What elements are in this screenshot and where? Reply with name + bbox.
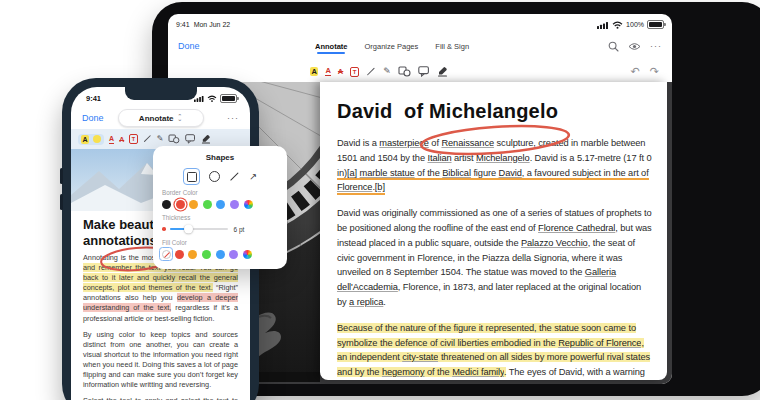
strikeout-tool-icon[interactable]: A (119, 135, 124, 144)
status-left: 9:41Mon Jun 22 (176, 21, 234, 28)
doc-link[interactable]: Palazzo Vecchio (521, 238, 588, 248)
battery-icon (647, 20, 664, 29)
note-tool-icon[interactable] (185, 134, 196, 144)
marketing-canvas: 9:41Mon Jun 22 100% Done Annotate Organi… (0, 0, 760, 400)
pencil-tool-icon[interactable]: ✎ (157, 135, 164, 143)
color-swatch[interactable] (203, 200, 212, 209)
eye-icon[interactable] (628, 42, 641, 51)
fill-color-swatches (162, 248, 278, 260)
status-right (194, 94, 237, 103)
eraser-tool-icon[interactable] (201, 134, 211, 144)
shape-circle-tool[interactable] (209, 171, 220, 182)
ipad-nav-bar: Done Annotate Organize Pages Fill & Sign… (168, 33, 672, 59)
tab-annotate[interactable]: Annotate (314, 38, 349, 55)
doc-link[interactable]: David (499, 168, 522, 181)
doc-link[interactable]: Biblical (442, 168, 471, 181)
thickness-row: 6 pt (162, 223, 278, 235)
shape-line-tool[interactable] (229, 176, 240, 177)
tab-organize-pages[interactable]: Organize Pages (364, 38, 420, 55)
ipad-status-bar: 9:41Mon Jun 22 100% (168, 14, 672, 33)
wifi-icon (207, 95, 217, 102)
doc-link[interactable]: Florence Cathedral (538, 223, 615, 233)
strikeout-tool-icon[interactable]: A (338, 67, 343, 76)
doc-link[interactable]: Medici family (452, 367, 504, 377)
status-right: 100% (597, 20, 664, 29)
doc-link[interactable]: marble statue (360, 168, 415, 181)
color-wheel-swatch[interactable] (244, 200, 253, 209)
shapes-tool-icon[interactable] (168, 134, 180, 144)
doc-paragraph-3: Because of the nature of the figure it r… (337, 321, 653, 380)
border-color-swatches (162, 198, 278, 210)
battery-icon (220, 94, 237, 103)
text-run: artist (452, 153, 477, 163)
highlight-tool-icon[interactable]: A (81, 135, 89, 144)
doc-link[interactable]: Michelangelo (476, 153, 530, 163)
fill-color-label: Fill Color (162, 239, 278, 246)
color-swatch[interactable] (175, 250, 184, 259)
doc-link[interactable]: Florence (337, 182, 372, 195)
redo-icon[interactable]: ↷ (650, 66, 659, 77)
color-swatch[interactable] (202, 250, 211, 259)
eraser-tool-icon[interactable] (437, 66, 448, 77)
doc-link[interactable]: hegemony (382, 367, 425, 377)
doc-paragraph-3: Select the tool to apply and select the … (83, 396, 238, 400)
mode-tabs: Annotate Organize Pages Fill & Sign (314, 33, 470, 59)
wifi-icon (612, 21, 623, 29)
selected-swatch-box[interactable] (159, 247, 173, 261)
thickness-min-dot (162, 227, 166, 231)
shape-square-tool[interactable] (183, 168, 200, 185)
cellular-signal-icon (194, 95, 204, 102)
iphone-status-bar: 9:41 (71, 87, 250, 107)
pen-tool-icon[interactable] (143, 138, 152, 139)
thickness-value: 6 pt (234, 226, 245, 233)
more-menu-icon[interactable]: ··· (650, 42, 662, 51)
highlight-color-dot[interactable] (93, 135, 101, 143)
history-actions: ↶ ↷ (631, 66, 659, 77)
shapes-tool-icon[interactable] (398, 66, 411, 77)
doc-link[interactable]: [a] (347, 168, 357, 181)
text-tool-icon[interactable]: T (350, 67, 359, 77)
doc-link[interactable]: a replica (349, 297, 383, 307)
thickness-slider[interactable] (170, 228, 228, 231)
color-swatch[interactable] (188, 250, 197, 259)
text-run: of the (415, 168, 443, 181)
no-fill-swatch[interactable] (162, 250, 171, 259)
doc-link[interactable]: city-state (402, 352, 438, 362)
highlight-tool-icon[interactable]: A (310, 67, 318, 76)
text-tool-icon[interactable]: T (129, 134, 138, 144)
slider-knob[interactable] (184, 225, 193, 234)
tab-fill-sign[interactable]: Fill & Sign (434, 38, 470, 55)
color-swatch[interactable] (162, 200, 171, 209)
notch (125, 87, 197, 100)
done-button[interactable]: Done (178, 41, 200, 51)
doc-link[interactable]: [b] (375, 182, 385, 195)
color-swatch[interactable] (229, 250, 238, 259)
doc-link[interactable]: masterpiece (379, 138, 429, 148)
status-time: 9:41 (176, 21, 190, 28)
color-swatch[interactable] (230, 200, 239, 209)
doc-paragraph-2: David was originally commissioned as one… (337, 206, 653, 310)
color-swatch[interactable] (189, 200, 198, 209)
nav-right-actions: ··· (608, 41, 662, 52)
cellular-signal-icon (597, 21, 609, 29)
doc-link[interactable]: Italian (427, 153, 451, 163)
undo-icon[interactable]: ↶ (631, 66, 640, 77)
note-tool-icon[interactable] (418, 66, 430, 77)
shape-arrow-tool[interactable]: ↗ (249, 172, 257, 182)
doc-link[interactable]: Republic of Florence (558, 338, 641, 348)
done-button[interactable]: Done (82, 113, 104, 123)
pencil-tool-icon[interactable]: ✎ (383, 67, 391, 76)
color-swatch[interactable] (216, 250, 225, 259)
pen-tool-icon[interactable] (366, 71, 376, 72)
underline-tool-icon[interactable]: A (325, 67, 330, 76)
mode-picker-label: Annotate (139, 114, 174, 123)
mode-picker[interactable]: Annotate ⌃⌄ (118, 109, 204, 127)
search-icon[interactable] (608, 41, 619, 52)
doc-paragraph-1: David is a masterpiece of Renaissance sc… (337, 136, 653, 195)
color-swatch[interactable] (216, 200, 225, 209)
doc-link[interactable]: Renaissance (441, 138, 494, 148)
underline-tool-icon[interactable]: A (109, 135, 114, 144)
more-menu-icon[interactable]: ··· (227, 114, 239, 123)
color-wheel-swatch[interactable] (243, 250, 252, 259)
color-swatch[interactable] (176, 200, 185, 209)
